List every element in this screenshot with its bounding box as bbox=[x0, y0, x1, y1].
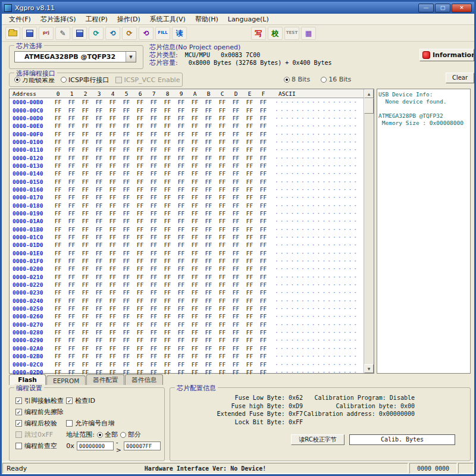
byte-cell[interactable]: FF bbox=[92, 123, 106, 129]
byte-cell[interactable]: FF bbox=[243, 194, 256, 201]
byte-cell[interactable]: FF bbox=[92, 265, 106, 272]
calib-bytes-field[interactable]: Calib. Bytes bbox=[349, 434, 455, 445]
byte-cell[interactable]: FF bbox=[174, 274, 188, 280]
byte-cell[interactable]: FF bbox=[120, 170, 133, 177]
byte-cell[interactable]: FF bbox=[147, 218, 161, 224]
byte-cell[interactable]: FF bbox=[92, 305, 106, 312]
byte-cell[interactable]: FF bbox=[202, 146, 215, 153]
byte-cell[interactable]: FF bbox=[79, 242, 92, 248]
byte-cell[interactable]: FF bbox=[92, 281, 106, 288]
byte-cell[interactable]: FF bbox=[106, 155, 120, 161]
byte-cell[interactable]: FF bbox=[79, 337, 92, 343]
byte-cell[interactable]: FF bbox=[256, 139, 270, 145]
byte-cell[interactable]: FF bbox=[65, 123, 79, 129]
byte-cell[interactable]: FF bbox=[161, 337, 174, 343]
menu-item-1[interactable]: 芯片选择(S) bbox=[36, 14, 81, 25]
byte-cell[interactable]: FF bbox=[51, 242, 65, 248]
byte-cell[interactable]: FF bbox=[202, 194, 215, 201]
range-from-input[interactable] bbox=[77, 441, 114, 450]
tab-器件信息[interactable]: 器件信息 bbox=[125, 374, 163, 385]
byte-cell[interactable]: FF bbox=[65, 353, 79, 359]
byte-cell[interactable]: FF bbox=[188, 131, 202, 137]
byte-cell[interactable]: FF bbox=[229, 123, 243, 129]
byte-cell[interactable]: FF bbox=[65, 258, 79, 264]
byte-cell[interactable]: FF bbox=[215, 226, 229, 233]
byte-cell[interactable]: FF bbox=[79, 329, 92, 336]
byte-cell[interactable]: FF bbox=[133, 250, 147, 256]
byte-cell[interactable]: FF bbox=[202, 337, 215, 343]
byte-cell[interactable]: FF bbox=[147, 242, 161, 248]
byte-cell[interactable]: FF bbox=[133, 146, 147, 153]
byte-cell[interactable]: FF bbox=[92, 329, 106, 336]
byte-cell[interactable]: FF bbox=[120, 107, 133, 114]
byte-cell[interactable]: FF bbox=[215, 345, 229, 352]
byte-cell[interactable]: FF bbox=[202, 289, 215, 296]
checkbox-跳过0xFF[interactable]: 跳过0xFF bbox=[15, 430, 53, 439]
byte-cell[interactable]: FF bbox=[120, 115, 133, 121]
byte-cell[interactable]: FF bbox=[133, 274, 147, 280]
byte-cell[interactable]: FF bbox=[65, 186, 79, 193]
byte-cell[interactable]: FF bbox=[106, 305, 120, 312]
radio-8bits[interactable]: 8 Bits bbox=[284, 76, 310, 83]
byte-cell[interactable]: FF bbox=[188, 305, 202, 312]
byte-cell[interactable]: FF bbox=[79, 107, 92, 114]
byte-cell[interactable]: FF bbox=[133, 107, 147, 114]
byte-cell[interactable]: FF bbox=[243, 234, 256, 240]
byte-cell[interactable]: FF bbox=[256, 194, 270, 201]
byte-cell[interactable]: FF bbox=[120, 281, 133, 288]
byte-cell[interactable]: FF bbox=[79, 202, 92, 209]
menu-item-6[interactable]: Language(L) bbox=[223, 14, 274, 24]
byte-cell[interactable]: FF bbox=[51, 202, 65, 209]
byte-cell[interactable]: FF bbox=[147, 99, 161, 105]
byte-cell[interactable]: FF bbox=[202, 321, 215, 328]
byte-cell[interactable]: FF bbox=[65, 178, 79, 185]
byte-cell[interactable]: FF bbox=[174, 131, 188, 137]
byte-cell[interactable]: FF bbox=[120, 250, 133, 256]
byte-cell[interactable]: FF bbox=[188, 345, 202, 352]
byte-cell[interactable]: FF bbox=[161, 281, 174, 288]
chevron-down-icon[interactable]: ▼ bbox=[126, 52, 136, 62]
byte-cell[interactable]: FF bbox=[147, 194, 161, 201]
byte-cell[interactable]: FF bbox=[65, 99, 79, 105]
byte-cell[interactable]: FF bbox=[256, 313, 270, 320]
byte-cell[interactable]: FF bbox=[106, 170, 120, 177]
byte-cell[interactable]: FF bbox=[79, 218, 92, 224]
byte-cell[interactable]: FF bbox=[202, 170, 215, 177]
byte-cell[interactable]: FF bbox=[215, 178, 229, 185]
byte-cell[interactable]: FF bbox=[188, 115, 202, 121]
byte-cell[interactable]: FF bbox=[229, 194, 243, 201]
byte-cell[interactable]: FF bbox=[92, 218, 106, 224]
byte-cell[interactable]: FF bbox=[106, 298, 120, 304]
byte-cell[interactable]: FF bbox=[229, 107, 243, 114]
byte-cell[interactable]: FF bbox=[65, 146, 79, 153]
byte-cell[interactable]: FF bbox=[188, 321, 202, 328]
byte-cell[interactable]: FF bbox=[92, 361, 106, 368]
byte-cell[interactable]: FF bbox=[161, 107, 174, 114]
byte-cell[interactable]: FF bbox=[188, 170, 202, 177]
byte-cell[interactable]: FF bbox=[229, 345, 243, 352]
byte-cell[interactable]: FF bbox=[229, 361, 243, 368]
byte-cell[interactable]: FF bbox=[174, 155, 188, 161]
byte-cell[interactable]: FF bbox=[161, 234, 174, 240]
byte-cell[interactable]: FF bbox=[79, 274, 92, 280]
byte-cell[interactable]: FF bbox=[161, 361, 174, 368]
byte-cell[interactable]: FF bbox=[120, 99, 133, 105]
tab-EEPROM[interactable]: EEPROM bbox=[46, 375, 86, 385]
byte-cell[interactable]: FF bbox=[147, 265, 161, 272]
byte-cell[interactable]: FF bbox=[106, 115, 120, 121]
byte-cell[interactable]: FF bbox=[147, 337, 161, 343]
byte-cell[interactable]: FF bbox=[65, 202, 79, 209]
byte-cell[interactable]: FF bbox=[161, 345, 174, 352]
byte-cell[interactable]: FF bbox=[51, 305, 65, 312]
edit-buffer-button[interactable]: ✎ bbox=[55, 27, 70, 40]
byte-cell[interactable]: FF bbox=[65, 329, 79, 336]
byte-cell[interactable]: FF bbox=[79, 170, 92, 177]
byte-cell[interactable]: FF bbox=[174, 226, 188, 233]
byte-cell[interactable]: FF bbox=[243, 146, 256, 153]
byte-cell[interactable]: FF bbox=[79, 123, 92, 129]
byte-cell[interactable]: FF bbox=[51, 210, 65, 217]
checkbox-引脚接触检查[interactable]: ✓引脚接触检查 bbox=[15, 396, 64, 405]
byte-cell[interactable]: FF bbox=[215, 131, 229, 137]
byte-cell[interactable]: FF bbox=[243, 298, 256, 304]
byte-cell[interactable]: FF bbox=[120, 226, 133, 233]
